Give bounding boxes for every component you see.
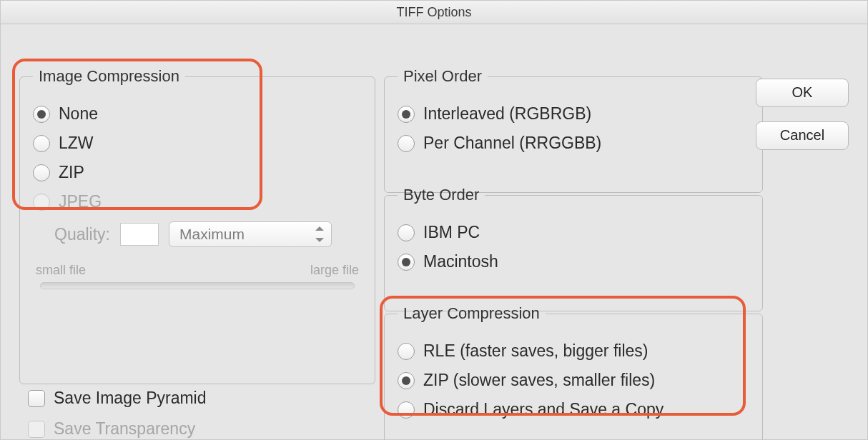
save-transparency-row: Save Transparency — [28, 419, 206, 439]
radio-zip[interactable] — [33, 164, 50, 181]
image-compression-jpeg-row: JPEG — [33, 192, 362, 211]
radio-lzw[interactable] — [33, 135, 50, 152]
radio-discard-label: Discard Layers and Save a Copy — [423, 400, 664, 419]
byte-order-ibm-row[interactable]: IBM PC — [398, 223, 749, 242]
updown-arrows-icon — [315, 226, 324, 242]
pixel-order-group: Pixel Order Interleaved (RGBRGB) Per Cha… — [384, 67, 763, 193]
byte-order-group: Byte Order IBM PC Macintosh — [384, 186, 763, 311]
jpeg-slider-labels: small file large file — [36, 263, 359, 278]
radio-discard[interactable] — [398, 401, 415, 419]
checkbox-pyramid-label: Save Image Pyramid — [54, 389, 206, 408]
radio-none[interactable] — [33, 106, 50, 123]
layer-compression-discard-row[interactable]: Discard Layers and Save a Copy — [398, 400, 749, 419]
radio-jpeg — [33, 194, 50, 211]
byte-order-legend: Byte Order — [398, 186, 485, 204]
jpeg-slider-max-label: large file — [310, 263, 359, 278]
radio-rle-label: RLE (faster saves, bigger files) — [423, 341, 648, 361]
image-compression-none-row[interactable]: None — [33, 104, 362, 124]
ok-button[interactable]: OK — [756, 79, 849, 107]
layer-compression-zip-row[interactable]: ZIP (slower saves, smaller files) — [398, 371, 749, 390]
radio-interleaved[interactable] — [398, 106, 415, 123]
checkbox-transparency — [28, 421, 45, 438]
radio-ibm[interactable] — [398, 224, 415, 241]
radio-mac[interactable] — [398, 254, 415, 271]
extra-options: Save Image Pyramid Save Transparency — [28, 383, 206, 440]
checkbox-pyramid[interactable] — [28, 390, 45, 407]
jpeg-quality-input — [120, 223, 159, 246]
save-image-pyramid-row[interactable]: Save Image Pyramid — [28, 389, 206, 408]
radio-lzw-label: LZW — [59, 134, 94, 153]
radio-mac-label: Macintosh — [423, 252, 498, 271]
window-title: TIFF Options — [1, 1, 867, 24]
radio-layer-zip-label: ZIP (slower saves, smaller files) — [423, 371, 655, 390]
jpeg-quality-preset-value: Maximum — [179, 226, 245, 243]
pixel-order-legend: Pixel Order — [398, 67, 488, 86]
radio-rle[interactable] — [398, 343, 415, 360]
jpeg-slider-min-label: small file — [36, 263, 86, 278]
image-compression-group: Image Compression None LZW ZIP JPEG Qual… — [19, 67, 375, 384]
dialog-content: Image Compression None LZW ZIP JPEG Qual… — [1, 24, 867, 51]
jpeg-quality-label: Quality: — [54, 225, 110, 244]
radio-layer-zip[interactable] — [398, 372, 415, 389]
cancel-button[interactable]: Cancel — [756, 121, 849, 150]
jpeg-quality-slider — [40, 282, 355, 289]
jpeg-quality-row: Quality: Maximum — [54, 221, 362, 247]
image-compression-legend: Image Compression — [33, 67, 185, 86]
radio-zip-label: ZIP — [59, 163, 84, 182]
image-compression-lzw-row[interactable]: LZW — [33, 134, 362, 153]
pixel-order-interleaved-row[interactable]: Interleaved (RGBRGB) — [398, 104, 749, 124]
radio-jpeg-label: JPEG — [59, 192, 102, 211]
checkbox-transparency-label: Save Transparency — [54, 419, 195, 439]
byte-order-mac-row[interactable]: Macintosh — [398, 252, 749, 271]
layer-compression-group: Layer Compression RLE (faster saves, big… — [384, 304, 763, 440]
image-compression-zip-row[interactable]: ZIP — [33, 163, 362, 182]
tiff-options-dialog: TIFF Options Image Compression None LZW … — [0, 0, 868, 440]
radio-per-channel[interactable] — [398, 135, 415, 152]
radio-interleaved-label: Interleaved (RGBRGB) — [423, 104, 591, 124]
radio-none-label: None — [59, 104, 98, 124]
radio-ibm-label: IBM PC — [423, 223, 480, 242]
layer-compression-legend: Layer Compression — [398, 304, 546, 323]
radio-per-channel-label: Per Channel (RRGGBB) — [423, 134, 601, 153]
pixel-order-per-channel-row[interactable]: Per Channel (RRGGBB) — [398, 134, 749, 153]
jpeg-quality-preset-dropdown: Maximum — [169, 221, 332, 247]
layer-compression-rle-row[interactable]: RLE (faster saves, bigger files) — [398, 341, 749, 361]
